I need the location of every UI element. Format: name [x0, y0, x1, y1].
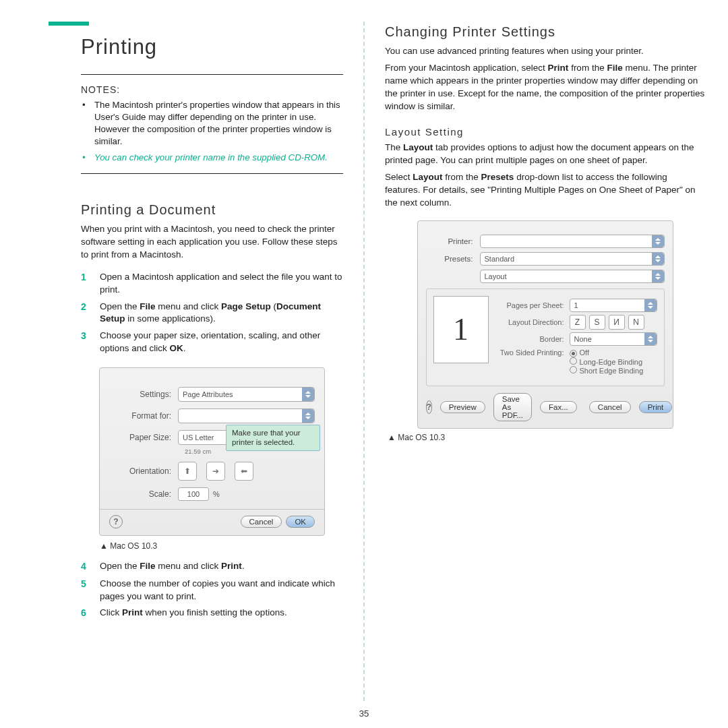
layout-dir-3-icon[interactable]: И [609, 315, 625, 330]
section-heading: Printing a Document [81, 202, 343, 218]
step-number: 5 [81, 578, 90, 603]
layout-dir-4-icon[interactable]: N [628, 315, 644, 330]
presets-label: Presets: [426, 255, 480, 263]
paper-size-label: Paper Size: [109, 433, 178, 442]
section-heading: Changing Printer Settings [385, 24, 705, 40]
step-text: Choose the number of copies you want and… [100, 578, 343, 603]
step-number: 3 [81, 330, 90, 355]
chevron-updown-icon [652, 253, 664, 265]
pages-per-sheet-combo[interactable]: 1 [570, 299, 657, 312]
layout-panel: 1 Pages per Sheet:1 Layout Direction: Z … [426, 289, 665, 386]
step-text: Open the File menu and click Page Setup … [100, 301, 343, 326]
note-text: You can check your printer name in the s… [94, 152, 328, 164]
orientation-portrait-icon[interactable]: ⬆ [178, 462, 197, 481]
chevron-updown-icon [644, 333, 657, 345]
step-number: 4 [81, 560, 90, 574]
help-button[interactable]: ? [426, 400, 432, 414]
dialog-rule [100, 509, 324, 510]
tsp-short-radio[interactable]: Short Edge Binding [570, 366, 644, 375]
step-text: Open a Macintosh application and select … [100, 271, 343, 297]
printer-label: Printer: [426, 237, 480, 245]
column-divider [363, 22, 365, 701]
rule [81, 173, 343, 174]
scale-label: Scale: [109, 489, 178, 499]
scale-unit: % [213, 490, 220, 498]
accent-bar [49, 22, 89, 26]
format-for-label: Format for: [109, 411, 178, 421]
ok-button[interactable]: OK [286, 516, 315, 528]
cancel-button[interactable]: Cancel [589, 401, 631, 413]
preview-button[interactable]: Preview [440, 401, 485, 413]
print-dialog: Printer: Presets:Standard Layout 1 Pages… [417, 220, 673, 429]
body-text: Select Layout from the Presets drop-down… [385, 171, 705, 210]
border-combo[interactable]: None [570, 332, 657, 346]
step-number: 1 [81, 271, 90, 297]
printer-combo[interactable] [480, 235, 665, 248]
body-text: You can use advanced printing features w… [385, 45, 705, 58]
layout-dir-1-icon[interactable]: Z [570, 315, 586, 330]
step-text: Choose your paper size, orientation, sca… [100, 330, 343, 355]
callout: Make sure that your printer is selected. [226, 425, 320, 451]
step-text: Click Print when you finish setting the … [100, 607, 287, 620]
help-button[interactable]: ? [109, 515, 123, 528]
settings-combo[interactable]: Page Attributes [178, 387, 315, 402]
note-item: •You can check your printer name in the … [82, 152, 343, 164]
chevron-updown-icon [652, 270, 664, 282]
panel-combo[interactable]: Layout [480, 270, 665, 283]
note-text: The Macintosh printer's properties windo… [94, 99, 343, 148]
layout-dir-2-icon[interactable]: S [589, 315, 605, 330]
orientation-label: Orientation: [109, 466, 178, 476]
subsection-heading: Layout Setting [385, 126, 705, 138]
tsp-long-radio[interactable]: Long-Edge Binding [570, 357, 644, 366]
rule [81, 74, 343, 75]
layout-direction-label: Layout Direction: [497, 318, 570, 326]
page-setup-dialog: Settings:Page Attributes Format for: Pap… [99, 367, 325, 536]
note-item: •The Macintosh printer's properties wind… [82, 99, 343, 148]
orientation-landscape-rev-icon[interactable]: ⬅ [235, 462, 253, 481]
presets-combo[interactable]: Standard [480, 252, 665, 266]
pages-per-sheet-label: Pages per Sheet: [497, 301, 570, 309]
step-text: Open the File menu and click Print. [100, 560, 245, 574]
border-label: Border: [497, 335, 570, 343]
figure-caption: ▲ Mac OS 10.3 [100, 541, 343, 551]
page-number: 35 [0, 708, 728, 719]
body-text: When you print with a Macintosh, you nee… [81, 223, 343, 262]
format-for-combo[interactable] [178, 408, 315, 423]
chevron-updown-icon [302, 388, 314, 401]
preview-page-icon: 1 [433, 296, 489, 363]
print-button[interactable]: Print [639, 401, 673, 413]
chevron-updown-icon [644, 299, 657, 311]
step-number: 6 [81, 607, 90, 620]
save-as-pdf-button[interactable]: Save As PDF... [493, 393, 532, 421]
tsp-off-radio[interactable]: Off [570, 348, 644, 357]
page-title: Printing [81, 35, 343, 59]
notes-label: NOTES: [81, 84, 343, 95]
two-sided-label: Two Sided Printing: [497, 348, 570, 357]
figure-caption: ▲ Mac OS 10.3 [388, 433, 705, 442]
cancel-button[interactable]: Cancel [241, 516, 282, 528]
step-number: 2 [81, 301, 90, 326]
orientation-landscape-icon[interactable]: ➔ [206, 462, 225, 481]
scale-input[interactable]: 100 [178, 487, 209, 501]
chevron-updown-icon [302, 409, 314, 423]
fax-button[interactable]: Fax... [540, 401, 577, 413]
chevron-updown-icon [652, 235, 664, 247]
body-text: The Layout tab provides options to adjus… [385, 142, 705, 167]
body-text: From your Macintosh application, select … [385, 62, 705, 113]
settings-label: Settings: [109, 390, 178, 399]
